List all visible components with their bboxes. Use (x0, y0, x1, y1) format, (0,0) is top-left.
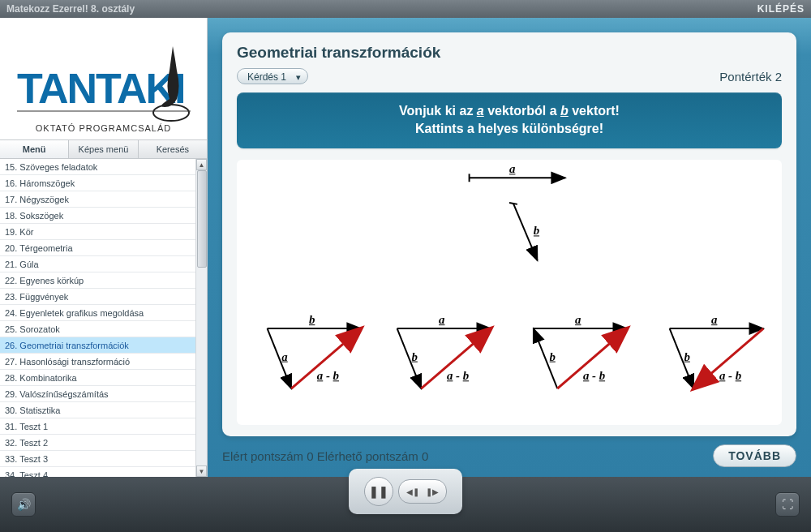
sound-button[interactable]: 🔊 (11, 492, 36, 517)
sidebar-item-17[interactable]: 32. Teszt 2 (0, 435, 195, 451)
question-line-2: Kattints a helyes különbségre! (253, 120, 766, 138)
sidebar-item-5[interactable]: 20. Térgeometria (0, 240, 195, 256)
topic-list-wrap: 15. Szöveges feladatok16. Háromszögek17.… (0, 159, 207, 477)
step-back-button[interactable]: ◀❚ (404, 483, 422, 500)
scroll-up-button[interactable]: ▲ (196, 159, 207, 170)
left-column: TANTAKI OKTATÓ PROGRAMCSALÁD Menü Képes … (0, 18, 208, 477)
main-area: TANTAKI OKTATÓ PROGRAMCSALÁD Menü Képes … (0, 18, 811, 477)
topic-list: 15. Szöveges feladatok16. Háromszögek17.… (0, 159, 195, 477)
page-title: Geometriai transzformációk (237, 44, 782, 62)
bottom-row: Elért pontszám 0 Elérhető pontszám 0 TOV… (222, 444, 796, 467)
sidebar-item-11[interactable]: 26. Geometriai transzformációk (0, 337, 195, 354)
sidebar-item-10[interactable]: 25. Sorozatok (0, 321, 195, 337)
tab-menu[interactable]: Menü (0, 140, 69, 158)
given-vectors: a b (470, 162, 566, 260)
question-box: Vonjuk ki az a vektorból a b vektort! Ka… (237, 92, 782, 148)
sidebar-item-16[interactable]: 31. Teszt 1 (0, 418, 195, 435)
answer-option-1[interactable]: b a a - b (268, 313, 362, 388)
scroll-down-button[interactable]: ▼ (196, 466, 207, 477)
scroll-thumb[interactable] (197, 170, 207, 268)
answer-option-3[interactable]: a b a - b (534, 313, 628, 388)
step-group: ◀❚ ❚▶ (398, 479, 447, 504)
content-panel: Geometriai transzformációk Kérdés 1 Pont… (222, 32, 796, 436)
app-title: Matekozz Ezerrel! 8. osztály (6, 3, 135, 15)
sidebar-item-2[interactable]: 17. Négyszögek (0, 191, 195, 208)
step-forward-button[interactable]: ❚▶ (423, 483, 441, 500)
logo: TANTAKI OKTATÓ PROGRAMCSALÁD (0, 18, 207, 139)
sidebar-item-7[interactable]: 22. Egyenes körkúp (0, 272, 195, 289)
titlebar: Matekozz Ezerrel! 8. osztály KILÉPÉS (0, 0, 811, 18)
diagram-canvas: a b b a a - b (237, 160, 782, 425)
point-value-label: Pontérték 2 (719, 70, 782, 84)
speaker-icon: 🔊 (17, 498, 31, 511)
sidebar-tabs: Menü Képes menü Keresés (0, 139, 207, 159)
player-controls: ❚❚ ◀❚ ❚▶ (349, 469, 462, 514)
sidebar-item-4[interactable]: 19. Kör (0, 224, 195, 240)
fullscreen-icon: ⛶ (782, 498, 793, 511)
score-status: Elért pontszám 0 Elérhető pontszám 0 (222, 449, 428, 463)
svg-text:TANTAKI: TANTAKI (17, 65, 184, 112)
scrollbar[interactable]: ▲ ▼ (195, 159, 207, 477)
sidebar-item-13[interactable]: 28. Kombinatorika (0, 370, 195, 386)
next-button[interactable]: TOVÁBB (713, 444, 796, 467)
sidebar-item-3[interactable]: 18. Sokszögek (0, 208, 195, 224)
question-dropdown[interactable]: Kérdés 1 (237, 68, 308, 84)
sidebar-item-14[interactable]: 29. Valószínűségszámítás (0, 386, 195, 402)
sidebar-item-18[interactable]: 33. Teszt 3 (0, 451, 195, 467)
logo-subtitle: OKTATÓ PROGRAMCSALÁD (36, 123, 172, 133)
right-column: Geometriai transzformációk Kérdés 1 Pont… (208, 18, 811, 477)
sidebar-item-0[interactable]: 15. Szöveges feladatok (0, 159, 195, 175)
sidebar-item-19[interactable]: 34. Teszt 4 (0, 467, 195, 477)
pause-button[interactable]: ❚❚ (364, 477, 393, 506)
sidebar-item-12[interactable]: 27. Hasonlósági transzformáció (0, 354, 195, 370)
diagram-svg: a b b a a - b (237, 160, 782, 425)
sidebar-item-15[interactable]: 30. Statisztika (0, 402, 195, 418)
bottom-toolbar: 🔊 ❚❚ ◀❚ ❚▶ ⛶ (0, 477, 811, 532)
sidebar-item-1[interactable]: 16. Háromszögek (0, 175, 195, 191)
logo-image: TANTAKI (11, 30, 197, 127)
tab-kereses[interactable]: Keresés (139, 140, 207, 158)
sidebar-item-9[interactable]: 24. Egyenletek grafikus megoldása (0, 305, 195, 321)
question-line-1: Vonjuk ki az a vektorból a b vektort! (253, 102, 766, 120)
answer-option-2[interactable]: a b a - b (397, 313, 491, 388)
sidebar-item-8[interactable]: 23. Függvények (0, 289, 195, 305)
panel-header-row: Kérdés 1 Pontérték 2 (237, 68, 782, 84)
fullscreen-button[interactable]: ⛶ (775, 492, 800, 517)
exit-button[interactable]: KILÉPÉS (757, 3, 805, 15)
tab-kepes-menu[interactable]: Képes menü (69, 140, 138, 158)
answer-option-4[interactable]: a b a - b (670, 313, 764, 388)
sidebar-item-6[interactable]: 21. Gúla (0, 256, 195, 272)
